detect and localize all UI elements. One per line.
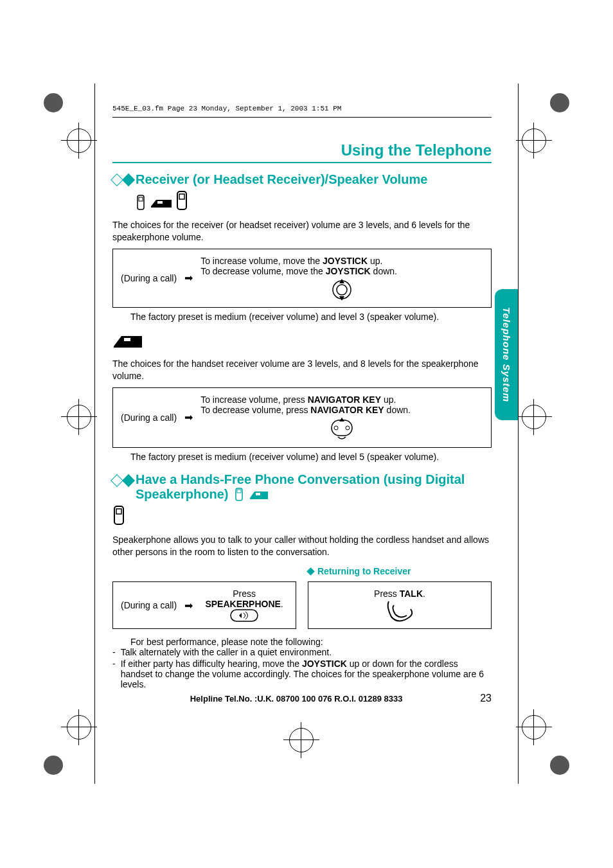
note-2: If either party has difficulty hearing, … [121, 659, 492, 689]
crop-mark-icon [44, 93, 63, 112]
svg-rect-16 [256, 493, 260, 495]
device-icon-handset [112, 506, 125, 526]
registration-mark-icon [67, 128, 91, 153]
helpline-text: Helpline Tel.No. :U.K. 08700 100 076 R.O… [112, 694, 480, 704]
svg-rect-19 [231, 610, 258, 621]
joystick-word: JOYSTICK [323, 256, 368, 266]
svg-point-6 [337, 285, 347, 295]
joystick-instruction-box: (During a call) ➡ To increase volume, mo… [112, 249, 492, 308]
svg-rect-10 [332, 420, 352, 436]
crop-mark-icon [44, 756, 63, 775]
registration-mark-icon [522, 405, 546, 429]
device-icon-handset [175, 191, 188, 211]
page-title: Using the Telephone [112, 141, 492, 159]
performance-lead: For best performance, please note the fo… [130, 637, 492, 647]
svg-rect-9 [124, 338, 130, 341]
crop-line [94, 84, 95, 784]
during-call-label: (During a call) [121, 412, 177, 423]
crop-line [518, 84, 519, 784]
talk-press-box: Press TALK. [308, 581, 492, 629]
svg-rect-2 [157, 201, 163, 204]
registration-mark-icon [289, 728, 314, 752]
speakerphone-boxes: (During a call) ➡ Press SPEAKERPHONE. [112, 561, 492, 633]
during-call-label: (During a call) [121, 600, 177, 610]
base-unit-icon [249, 488, 269, 501]
svg-point-5 [333, 281, 351, 299]
registration-mark-icon [522, 715, 546, 740]
text: To decrease volume, press [200, 405, 310, 415]
svg-rect-18 [116, 509, 121, 514]
during-call-label: (During a call) [121, 273, 177, 283]
registration-mark-icon [522, 128, 546, 153]
crop-mark-icon [550, 756, 569, 775]
section-heading-text: Receiver (or Headset Receiver)/Speaker V… [136, 172, 492, 187]
talk-press-text: Press TALK. [316, 589, 483, 622]
svg-rect-15 [237, 490, 241, 493]
text: down. [384, 405, 411, 415]
joystick-instruction-text: To increase volume, move the JOYSTICK up… [200, 256, 483, 301]
diamond-icon [306, 567, 315, 576]
title-rule [112, 162, 492, 163]
diamond-icon [122, 474, 135, 487]
page: 545E_E_03.fm Page 23 Monday, September 1… [0, 0, 613, 868]
speakerphone-word: SPEAKERPHONE [205, 599, 280, 609]
content-area: Using the Telephone Receiver (or Headset… [112, 141, 492, 691]
base-unit-icon [150, 196, 173, 210]
returning-to-receiver-heading: Returning to Receiver [308, 566, 492, 576]
diamond-icon [122, 173, 135, 186]
text: Press [374, 589, 400, 599]
speakerphone-intro: Speakerphone allows you to talk to your … [112, 534, 492, 558]
joystick-icon [331, 279, 353, 301]
source-file-path: 545E_E_03.fm Page 23 Monday, September 1… [112, 105, 341, 112]
volume-intro: The choices for the receiver (or headset… [112, 219, 492, 244]
volume-intro-2: The choices for the handset receiver vol… [112, 358, 492, 382]
handset-large-icon [175, 191, 188, 211]
performance-notes: For best performance, please note the fo… [112, 637, 492, 689]
speakerphone-press-box: (During a call) ➡ Press SPEAKERPHONE. [112, 581, 296, 629]
speakerphone-press-text: Press SPEAKERPHONE. [200, 589, 288, 622]
section-heading-speakerphone: Have a Hands-Free Phone Conversation (us… [112, 472, 492, 502]
text: . [281, 599, 283, 609]
text: To increase volume, move the [200, 256, 323, 266]
text: To increase volume, press [200, 394, 308, 405]
header-rule [112, 117, 492, 118]
device-icons [136, 195, 173, 211]
section-tab-label: Telephone System [501, 307, 512, 402]
section-heading-volume: Receiver (or Headset Receiver)/Speaker V… [112, 172, 492, 187]
svg-point-12 [346, 426, 350, 430]
section-tab: Telephone System [495, 289, 518, 420]
handset-large-icon [112, 506, 125, 526]
text: . [423, 589, 425, 599]
speakerphone-button-icon [230, 609, 258, 622]
svg-rect-1 [139, 197, 143, 201]
crop-mark-icon [550, 93, 569, 112]
navigator-key-icon [329, 418, 355, 441]
navigator-instruction-box: (During a call) ➡ To increase volume, pr… [112, 387, 492, 448]
navigator-instruction-text: To increase volume, press NAVIGATOR KEY … [200, 394, 483, 441]
svg-marker-13 [339, 418, 344, 421]
page-footer: Helpline Tel.No. :U.K. 08700 100 076 R.O… [112, 693, 492, 704]
text: up. [368, 256, 382, 266]
factory-preset-1: The factory preset is medium (receiver v… [130, 312, 492, 322]
bullet-dash: - [112, 647, 116, 657]
page-number: 23 [480, 693, 492, 704]
section-heading-text: Have a Hands-Free Phone Conversation (us… [136, 472, 492, 502]
talk-word: TALK [400, 589, 423, 599]
svg-rect-4 [179, 194, 184, 199]
arrow-right-icon: ➡ [184, 599, 193, 612]
navigator-word: NAVIGATOR KEY [310, 405, 384, 415]
text: Have a Hands-Free Phone Conversation (us… [136, 472, 465, 501]
factory-preset-2: The factory preset is medium (receiver v… [130, 452, 492, 462]
registration-mark-icon [67, 405, 91, 429]
arrow-right-icon: ➡ [184, 272, 193, 284]
text: If either party has difficulty hearing, … [121, 659, 302, 669]
joystick-word: JOYSTICK [302, 659, 347, 669]
text: Press [200, 589, 288, 599]
device-icon-base [112, 332, 143, 350]
text: To decrease volume, move the [200, 266, 326, 276]
bullet-dash: - [112, 659, 116, 689]
registration-mark-icon [67, 715, 91, 740]
note-1: Talk alternately with the caller in a qu… [121, 647, 332, 657]
text: Returning to Receiver [317, 566, 411, 576]
navigator-word: NAVIGATOR KEY [308, 394, 381, 405]
